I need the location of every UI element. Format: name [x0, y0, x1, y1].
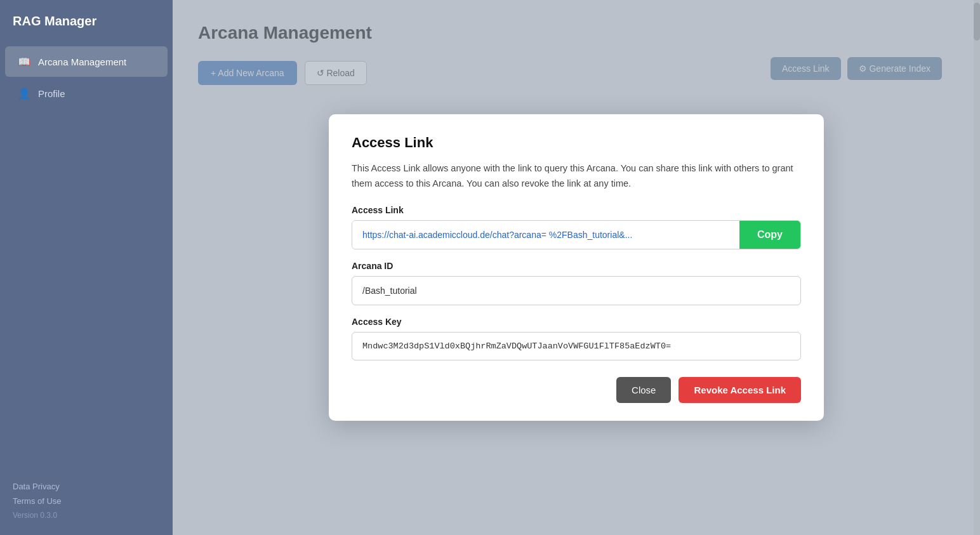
access-link-group: https://chat-ai.academiccloud.de/chat?ar…	[352, 220, 801, 249]
sidebar-nav: 📖 Arcana Management 👤 Profile	[0, 40, 173, 472]
sidebar-item-arcana-management[interactable]: 📖 Arcana Management	[5, 46, 168, 77]
access-link-url: https://chat-ai.academiccloud.de/chat?ar…	[352, 221, 739, 249]
arcana-id-label: Arcana ID	[352, 261, 801, 271]
modal-actions: Close Revoke Access Link	[352, 377, 801, 403]
data-privacy-link[interactable]: Data Privacy	[13, 482, 160, 491]
app-title: RAG Manager	[0, 0, 173, 40]
terms-of-use-link[interactable]: Terms of Use	[13, 496, 160, 506]
modal-description: This Access Link allows anyone with the …	[352, 161, 801, 190]
access-key-label: Access Key	[352, 317, 801, 327]
access-key-input[interactable]	[352, 332, 801, 360]
sidebar-item-label: Arcana Management	[38, 56, 126, 67]
main-area: Arcana Management + Add New Arcana ↺ Rel…	[173, 0, 980, 535]
sidebar: RAG Manager 📖 Arcana Management 👤 Profil…	[0, 0, 173, 535]
close-button[interactable]: Close	[616, 377, 671, 403]
access-link-label: Access Link	[352, 205, 801, 215]
sidebar-footer: Data Privacy Terms of Use Version 0.3.0	[0, 472, 173, 535]
modal-title: Access Link	[352, 135, 801, 151]
sidebar-item-label: Profile	[38, 88, 65, 99]
access-link-modal: Access Link This Access Link allows anyo…	[329, 114, 824, 420]
modal-overlay: Access Link This Access Link allows anyo…	[173, 0, 980, 535]
copy-button[interactable]: Copy	[739, 221, 800, 249]
book-icon: 📖	[18, 55, 30, 68]
revoke-access-link-button[interactable]: Revoke Access Link	[679, 377, 801, 403]
sidebar-item-profile[interactable]: 👤 Profile	[5, 78, 168, 109]
version-label: Version 0.3.0	[13, 511, 160, 520]
person-icon: 👤	[18, 87, 30, 100]
arcana-id-input[interactable]	[352, 276, 801, 305]
